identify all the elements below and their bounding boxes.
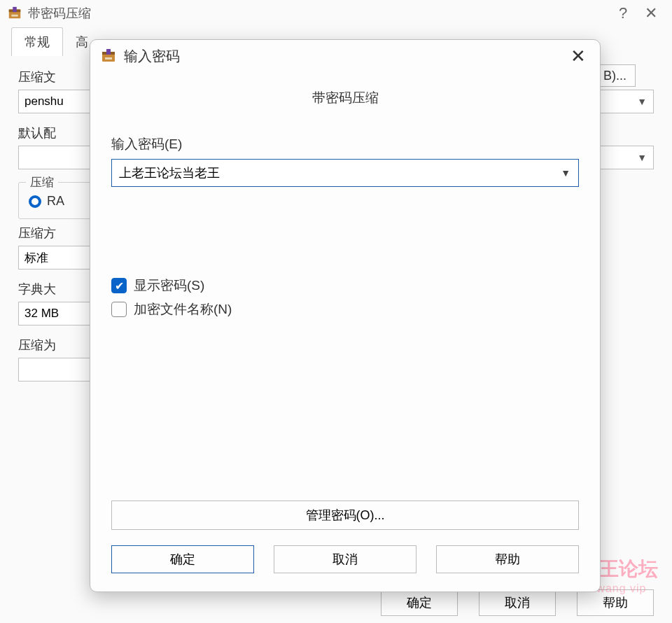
main-window-title: 带密码压缩 — [28, 5, 91, 22]
modal-close-button[interactable]: ✕ — [566, 47, 590, 65]
format-radio-rar-label: RA — [47, 194, 64, 209]
chevron-down-icon: ▼ — [637, 96, 647, 107]
chevron-down-icon: ▼ — [637, 152, 647, 163]
chevron-down-icon[interactable]: ▼ — [561, 167, 570, 178]
main-close-button[interactable]: ✕ — [637, 4, 665, 22]
modal-context-label: 带密码压缩 — [111, 79, 579, 135]
encrypt-filenames-checkbox[interactable]: 加密文件名称(N) — [111, 300, 579, 318]
show-password-label: 显示密码(S) — [134, 276, 204, 295]
password-combo[interactable]: ▼ — [111, 159, 579, 187]
radio-selected-icon — [29, 195, 41, 208]
modal-ok-button[interactable]: 确定 — [111, 545, 254, 573]
show-password-checkbox[interactable]: ✔ 显示密码(S) — [111, 276, 579, 295]
tab-general[interactable]: 常规 — [11, 27, 63, 56]
modal-titlebar: 输入密码 ✕ — [90, 40, 600, 72]
checkbox-checked-icon: ✔ — [111, 278, 127, 293]
main-help-button[interactable]: 帮助 — [577, 589, 654, 616]
format-radio-rar[interactable]: RA — [29, 190, 92, 213]
svg-rect-6 — [106, 49, 111, 55]
modal-button-row: 确定 取消 帮助 — [90, 530, 600, 592]
svg-rect-2 — [13, 7, 17, 12]
archive-format-legend: 压缩 — [26, 174, 58, 190]
password-label: 输入密码(E) — [111, 135, 579, 153]
winrar-icon — [100, 48, 117, 64]
password-input[interactable] — [111, 159, 579, 187]
checkbox-unchecked-icon — [111, 302, 127, 317]
modal-cancel-button[interactable]: 取消 — [274, 545, 416, 573]
modal-help-button[interactable]: 帮助 — [436, 545, 579, 573]
modal-body: 带密码压缩 输入密码(E) ▼ ✔ 显示密码(S) 加密文件名称(N) 管理密码… — [90, 72, 600, 530]
svg-rect-3 — [11, 15, 18, 17]
main-ok-button[interactable]: 确定 — [381, 589, 458, 616]
modal-title: 输入密码 — [124, 47, 180, 66]
password-dialog: 输入密码 ✕ 带密码压缩 输入密码(E) ▼ ✔ 显示密码(S) 加密文件名称(… — [90, 39, 601, 592]
main-titlebar: 带密码压缩 ? ✕ — [0, 0, 672, 27]
winrar-icon — [7, 6, 22, 21]
svg-rect-7 — [105, 57, 112, 59]
encrypt-filenames-label: 加密文件名称(N) — [134, 300, 232, 318]
main-help-button[interactable]: ? — [609, 4, 637, 22]
manage-passwords-button[interactable]: 管理密码(O)... — [111, 500, 579, 530]
main-button-row: 确定 取消 帮助 — [0, 589, 672, 616]
main-cancel-button[interactable]: 取消 — [479, 589, 556, 616]
